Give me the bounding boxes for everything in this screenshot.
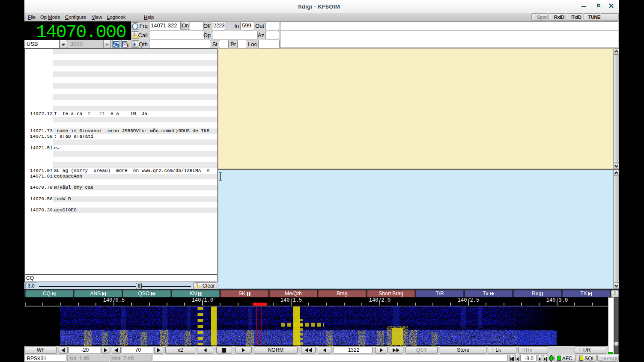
svg-text:4: 4 — [46, 22, 57, 40]
svg-text:1: 1 — [36, 22, 47, 40]
svg-text:7: 7 — [66, 22, 77, 40]
svg-text:.: . — [86, 22, 96, 40]
